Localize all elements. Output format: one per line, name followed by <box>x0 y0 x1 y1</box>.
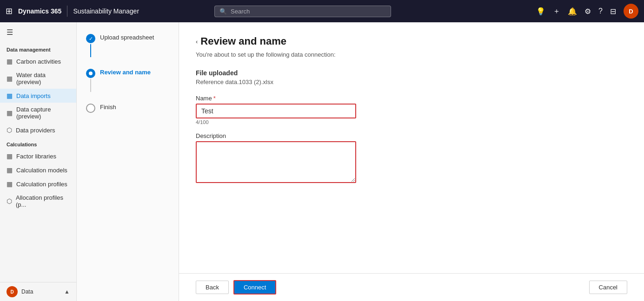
calc-profiles-icon: ▦ <box>7 180 13 188</box>
help-icon[interactable]: ? <box>598 7 603 15</box>
step-upload-label: Upload spreadsheet <box>100 33 154 41</box>
search-box[interactable]: 🔍 <box>214 6 391 17</box>
search-icon: 🔍 <box>219 8 227 15</box>
app-name: Sustainability Manager <box>73 7 139 15</box>
water-icon: ▦ <box>7 75 13 82</box>
topbar-divider <box>67 6 67 17</box>
sidebar-item-carbon-activities[interactable]: ▦ Carbon activities <box>0 54 76 68</box>
name-input[interactable] <box>196 104 356 118</box>
step-upload-indicator: ✓ <box>86 34 95 43</box>
name-char-count: 4/100 <box>196 119 627 125</box>
sidebar: ☰ Data management ▦ Carbon activities ▦ … <box>0 22 77 301</box>
stepper-panel: ✓ Upload spreadsheet Review and name <box>77 22 179 301</box>
allocation-icon: ⬡ <box>7 197 12 205</box>
file-name: Reference data.1033 (2).xlsx <box>196 79 627 85</box>
apps-icon[interactable]: ⊞ <box>6 6 13 16</box>
sidebar-item-calculation-models[interactable]: ▦ Calculation models <box>0 163 76 177</box>
form-panel: ‹ Review and name You're about to set up… <box>179 22 644 301</box>
calculations-section: Calculations <box>0 137 76 149</box>
brand-name: Dynamics 365 <box>18 7 61 15</box>
sidebar-item-label: Calculation models <box>16 167 67 174</box>
sidebar-item-label: Carbon activities <box>16 58 61 65</box>
settings-icon[interactable]: ⚙ <box>584 7 591 16</box>
name-required-indicator: * <box>213 95 216 102</box>
sidebar-item-label: Water data (preview) <box>16 72 70 85</box>
content-area: ✓ Upload spreadsheet Review and name <box>77 22 644 301</box>
sidebar-item-label: Factor libraries <box>16 153 56 160</box>
bell-icon[interactable]: 🔔 <box>568 7 577 16</box>
active-dot <box>89 72 93 75</box>
topbar: ⊞ Dynamics 365 Sustainability Manager 🔍 … <box>0 0 644 22</box>
sidebar-avatar: D <box>7 286 18 297</box>
sidebar-item-calculation-profiles[interactable]: ▦ Calculation profiles <box>0 177 76 191</box>
form-subtitle: You're about to set up the following dat… <box>196 51 627 58</box>
sidebar-bottom-user[interactable]: D Data ▲ <box>0 282 76 301</box>
imports-icon: ▦ <box>7 92 13 99</box>
sidebar-item-factor-libraries[interactable]: ▦ Factor libraries <box>0 149 76 163</box>
back-link[interactable]: ‹ Review and name <box>196 35 627 47</box>
description-input[interactable] <box>196 141 356 183</box>
models-icon: ▦ <box>7 166 13 174</box>
form-title: Review and name <box>200 35 286 47</box>
providers-icon: ⬡ <box>7 126 12 134</box>
step-review-label: Review and name <box>100 68 151 76</box>
back-button[interactable]: Back <box>196 281 229 294</box>
sidebar-item-label: Allocation profiles (p... <box>16 194 70 208</box>
step-finish-indicator <box>86 104 95 113</box>
sidebar-bottom-label: Data <box>21 288 60 295</box>
sidebar-item-label: Calculation profiles <box>16 181 67 188</box>
name-field-group: Name * 4/100 <box>196 95 627 125</box>
connect-button[interactable]: Connect <box>233 280 276 294</box>
cancel-button[interactable]: Cancel <box>589 281 627 294</box>
sidebar-item-allocation-profiles[interactable]: ⬡ Allocation profiles (p... <box>0 191 76 211</box>
hamburger-menu[interactable]: ☰ <box>0 22 76 42</box>
sidebar-item-data-imports[interactable]: ▦ Data imports <box>0 89 76 103</box>
description-field-group: Description <box>196 132 627 185</box>
sidebar-item-label: Data providers <box>16 127 55 134</box>
user-avatar[interactable]: D <box>624 4 638 19</box>
topbar-right: 💡 ＋ 🔔 ⚙ ? ⊟ D <box>536 4 638 19</box>
sidebar-item-label: Data capture (preview) <box>16 106 70 120</box>
sidebar-bottom-arrow-icon: ▲ <box>64 288 70 295</box>
step-review: Review and name <box>86 68 169 92</box>
sidebar-item-data-providers[interactable]: ⬡ Data providers <box>0 123 76 137</box>
plus-icon[interactable]: ＋ <box>553 7 560 16</box>
search-input[interactable] <box>231 8 386 15</box>
capture-icon: ▦ <box>7 109 13 117</box>
description-label: Description <box>196 132 627 139</box>
wizard-layout: ✓ Upload spreadsheet Review and name <box>77 22 644 301</box>
step-finish: Finish <box>86 103 169 113</box>
sidebar-item-data-capture[interactable]: ▦ Data capture (preview) <box>0 103 76 123</box>
main-layout: ☰ Data management ▦ Carbon activities ▦ … <box>0 22 644 301</box>
file-section-heading: File uploaded <box>196 69 627 77</box>
step-finish-label: Finish <box>100 103 116 111</box>
step-review-indicator <box>86 69 95 78</box>
checkmark-icon: ✓ <box>89 36 93 42</box>
back-chevron-icon: ‹ <box>196 38 198 45</box>
sidebar-item-label: Data imports <box>16 92 51 99</box>
step-upload: ✓ Upload spreadsheet <box>86 33 169 57</box>
sidebar-item-water-data[interactable]: ▦ Water data (preview) <box>0 68 76 89</box>
name-label: Name * <box>196 95 627 102</box>
carbon-icon: ▦ <box>7 58 13 65</box>
grid-icon[interactable]: ⊟ <box>610 7 616 16</box>
data-management-section: Data management <box>0 42 76 54</box>
form-footer: Back Connect Cancel <box>179 273 644 301</box>
factor-icon: ▦ <box>7 152 13 160</box>
lightbulb-icon[interactable]: 💡 <box>536 7 545 16</box>
